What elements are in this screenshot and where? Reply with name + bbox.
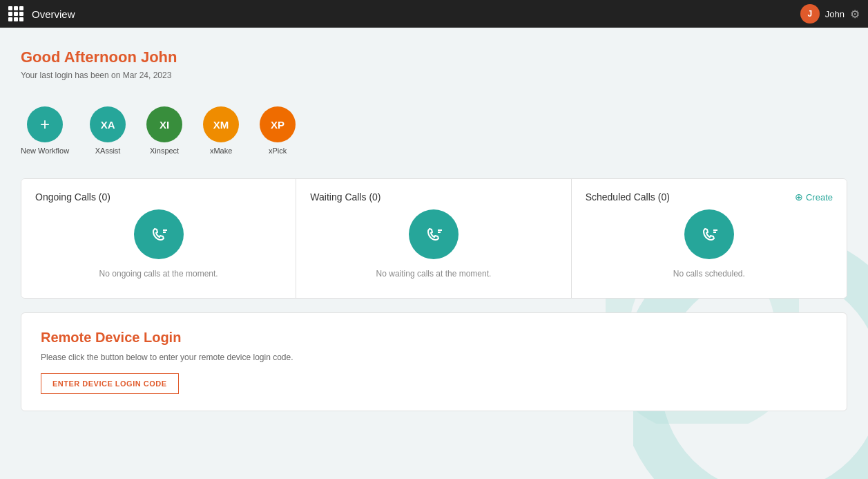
- ongoing-calls-empty: No ongoing calls at the moment.: [99, 269, 218, 279]
- xpick-icon: XP: [260, 106, 296, 142]
- shortcut-xpick[interactable]: XP xPick: [260, 106, 296, 155]
- scheduled-calls-card: Scheduled Calls (0) ⊕ Create No calls sc…: [572, 179, 847, 298]
- header-right: J John ⚙: [800, 4, 860, 24]
- enter-device-login-button[interactable]: ENTER DEVICE LOGIN CODE: [41, 373, 179, 394]
- avatar: J: [800, 4, 820, 24]
- scheduled-calls-header: Scheduled Calls (0) ⊕ Create: [586, 191, 833, 203]
- remote-description: Please click the button below to enter y…: [41, 353, 827, 362]
- ongoing-calls-icon: [134, 209, 184, 259]
- shortcut-new-workflow[interactable]: + New Workflow: [21, 106, 69, 155]
- ongoing-calls-header: Ongoing Calls (0): [35, 191, 282, 203]
- calls-grid: Ongoing Calls (0) No ongoing calls at th…: [21, 178, 847, 299]
- last-login-text: Your last login has been on Mar 24, 2023: [21, 71, 847, 80]
- xinspect-label: Xinspect: [150, 147, 179, 155]
- xassist-icon: XA: [90, 106, 126, 142]
- create-call-link[interactable]: ⊕ Create: [795, 191, 833, 203]
- waiting-calls-body: No waiting calls at the moment.: [376, 203, 492, 285]
- app-title: Overview: [32, 8, 75, 20]
- header: Overview J John ⚙: [0, 0, 868, 28]
- shortcut-xmake[interactable]: XM xMake: [203, 106, 239, 155]
- waiting-calls-empty: No waiting calls at the moment.: [376, 269, 492, 279]
- shortcut-xinspect[interactable]: XI Xinspect: [146, 106, 182, 155]
- remote-title: Remote Device Login: [41, 330, 827, 346]
- scheduled-calls-body: No calls scheduled.: [673, 203, 745, 285]
- scheduled-calls-icon: [684, 209, 734, 259]
- new-workflow-label: New Workflow: [21, 147, 69, 155]
- xinspect-icon: XI: [146, 106, 182, 142]
- main-content: Good Afternoon John Your last login has …: [0, 28, 868, 425]
- grid-menu-icon[interactable]: [8, 6, 23, 21]
- ongoing-calls-title: Ongoing Calls (0): [35, 191, 110, 203]
- shortcut-xassist[interactable]: XA XAssist: [90, 106, 126, 155]
- ongoing-calls-card: Ongoing Calls (0) No ongoing calls at th…: [21, 179, 296, 298]
- scheduled-calls-title: Scheduled Calls (0): [586, 191, 670, 203]
- greeting-text: Good Afternoon John: [21, 48, 847, 66]
- xmake-label: xMake: [210, 147, 232, 155]
- scheduled-calls-empty: No calls scheduled.: [673, 269, 745, 279]
- header-left: Overview: [8, 6, 75, 21]
- waiting-calls-header: Waiting Calls (0): [310, 191, 557, 203]
- remote-device-card: Remote Device Login Please click the but…: [21, 312, 847, 411]
- xassist-label: XAssist: [95, 147, 121, 155]
- user-name: John: [825, 9, 845, 19]
- waiting-calls-title: Waiting Calls (0): [310, 191, 380, 203]
- xpick-label: xPick: [269, 147, 287, 155]
- xmake-icon: XM: [203, 106, 239, 142]
- create-call-label: Create: [806, 192, 833, 203]
- shortcuts-bar: + New Workflow XA XAssist XI Xinspect XM…: [21, 100, 847, 162]
- waiting-calls-card: Waiting Calls (0) No waiting calls at th…: [296, 179, 571, 298]
- waiting-calls-icon: [409, 209, 459, 259]
- ongoing-calls-body: No ongoing calls at the moment.: [99, 203, 218, 285]
- settings-icon[interactable]: ⚙: [850, 8, 860, 21]
- new-workflow-icon: +: [27, 106, 63, 142]
- create-plus-icon: ⊕: [795, 191, 803, 203]
